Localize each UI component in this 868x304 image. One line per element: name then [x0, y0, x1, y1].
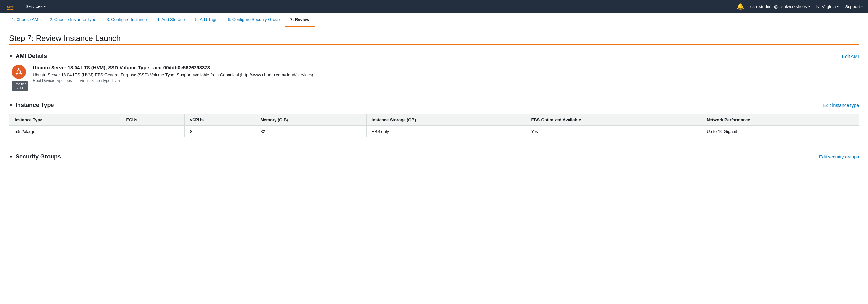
- ami-virt-type: Virtualization type: hvm: [80, 79, 120, 83]
- wizard-tabs: 1. Choose AMI 2. Choose Instance Type 3.…: [0, 13, 868, 27]
- table-cell: Yes: [526, 126, 702, 138]
- region-menu[interactable]: N. Virginia ▾: [816, 4, 839, 9]
- ubuntu-icon: [12, 65, 26, 79]
- instance-type-section-title: Instance Type: [16, 102, 54, 109]
- table-cell: Up to 10 Gigabit: [702, 126, 859, 138]
- ami-icon-wrap: Free tier eligible: [12, 65, 28, 91]
- top-navigation: Services ▾ 🔔 cshl.student @ cshlworkshop…: [0, 0, 868, 13]
- col-network-performance: Network Performance: [702, 114, 859, 126]
- instance-type-table: Instance Type ECUs vCPUs Memory (GiB) In…: [9, 114, 859, 138]
- ami-section-title: AMI Details: [16, 53, 47, 60]
- security-groups-collapse-icon[interactable]: ▼: [9, 155, 13, 159]
- ami-description: Ubuntu Server 18.04 LTS (HVM),EBS Genera…: [33, 72, 314, 77]
- support-chevron-icon: ▾: [861, 5, 863, 8]
- services-label: Services: [25, 4, 43, 9]
- tab-review[interactable]: 7. Review: [285, 13, 314, 27]
- instance-table-body: m5.2xlarge-832EBS onlyYesUp to 10 Gigabi…: [9, 126, 859, 138]
- user-label: cshl.student @ cshlworkshops: [750, 4, 807, 9]
- ami-details-body: Free tier eligible Ubuntu Server 18.04 L…: [9, 65, 859, 91]
- tab-configure-security-group[interactable]: 6. Configure Security Group: [222, 13, 285, 27]
- tab-choose-instance-type[interactable]: 2. Choose Instance Type: [44, 13, 101, 27]
- table-cell: EBS only: [366, 126, 526, 138]
- col-memory: Memory (GiB): [255, 114, 366, 126]
- region-label: N. Virginia: [816, 4, 836, 9]
- table-cell: -: [121, 126, 184, 138]
- svg-point-3: [16, 73, 17, 74]
- col-instance-type: Instance Type: [9, 114, 121, 126]
- svg-point-4: [21, 73, 22, 74]
- col-instance-storage: Instance Storage (GB): [366, 114, 526, 126]
- security-groups-section-header: ▼ Security Groups Edit security groups: [9, 153, 859, 160]
- tab-add-tags[interactable]: 5. Add Tags: [190, 13, 222, 27]
- user-chevron-icon: ▾: [808, 5, 810, 8]
- region-chevron-icon: ▾: [837, 5, 838, 8]
- aws-logo[interactable]: [5, 3, 18, 10]
- col-vcpus: vCPUs: [185, 114, 255, 126]
- tab-choose-ami[interactable]: 1. Choose AMI: [6, 13, 44, 27]
- security-groups-section: ▼ Security Groups Edit security groups: [9, 148, 859, 160]
- services-menu[interactable]: Services ▾: [25, 4, 46, 9]
- ami-title-row: ▼ AMI Details: [9, 53, 47, 60]
- main-content: Step 7: Review Instance Launch ▼ AMI Det…: [0, 27, 868, 177]
- support-menu[interactable]: Support ▾: [845, 4, 863, 9]
- col-ecus: ECUs: [121, 114, 184, 126]
- ami-section-header: ▼ AMI Details Edit AMI: [9, 53, 859, 60]
- edit-instance-type-link[interactable]: Edit instance type: [823, 103, 859, 108]
- ami-collapse-icon[interactable]: ▼: [9, 54, 13, 59]
- services-chevron-icon: ▾: [44, 5, 46, 8]
- ami-root-device: Root Device Type: ebs: [33, 79, 72, 83]
- tab-configure-instance[interactable]: 3. Configure Instance: [101, 13, 152, 27]
- free-tier-badge: Free tier eligible: [12, 81, 28, 91]
- instance-type-section-header: ▼ Instance Type Edit instance type: [9, 102, 859, 109]
- instance-type-section: ▼ Instance Type Edit instance type Insta…: [9, 102, 859, 138]
- nav-right: 🔔 cshl.student @ cshlworkshops ▾ N. Virg…: [737, 3, 863, 10]
- ami-metadata: Root Device Type: ebs Virtualization typ…: [33, 79, 314, 83]
- orange-divider: [9, 44, 859, 45]
- instance-type-collapse-icon[interactable]: ▼: [9, 103, 13, 108]
- free-tier-line2: eligible: [14, 87, 25, 90]
- instance-type-title-row: ▼ Instance Type: [9, 102, 54, 109]
- ami-info: Ubuntu Server 18.04 LTS (HVM), SSD Volum…: [33, 65, 314, 83]
- edit-ami-link[interactable]: Edit AMI: [842, 54, 859, 59]
- ami-details-section: ▼ AMI Details Edit AMI Free tier: [9, 53, 859, 91]
- user-menu[interactable]: cshl.student @ cshlworkshops ▾: [750, 4, 810, 9]
- free-tier-line1: Free tier: [13, 82, 26, 86]
- notification-bell-icon[interactable]: 🔔: [737, 3, 744, 10]
- table-cell: 8: [185, 126, 255, 138]
- table-cell: 32: [255, 126, 366, 138]
- svg-point-2: [18, 68, 20, 70]
- table-row: m5.2xlarge-832EBS onlyYesUp to 10 Gigabi…: [9, 126, 859, 138]
- col-ebs-optimized: EBS-Optimized Available: [526, 114, 702, 126]
- table-cell: m5.2xlarge: [9, 126, 121, 138]
- page-title: Step 7: Review Instance Launch: [9, 34, 859, 43]
- instance-table-header-row: Instance Type ECUs vCPUs Memory (GiB) In…: [9, 114, 859, 126]
- support-label: Support: [845, 4, 860, 9]
- ami-name: Ubuntu Server 18.04 LTS (HVM), SSD Volum…: [33, 65, 314, 70]
- security-groups-section-title: Security Groups: [16, 153, 61, 160]
- edit-security-groups-link[interactable]: Edit security groups: [819, 154, 859, 159]
- security-groups-title-row: ▼ Security Groups: [9, 153, 61, 160]
- tab-add-storage[interactable]: 4. Add Storage: [152, 13, 190, 27]
